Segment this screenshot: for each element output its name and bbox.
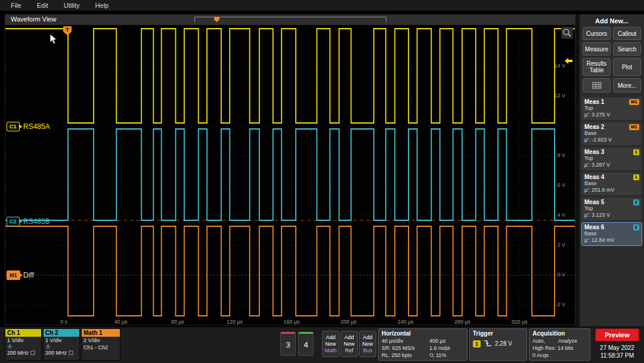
- horizontal-badge[interactable]: Horizontal 40 µs/div400 µs SR: 625 MS/s1…: [378, 328, 467, 361]
- meas-1-badge[interactable]: Meas 1 M1 Top µ': 3.275 V: [582, 97, 642, 120]
- ref-word: Ref: [345, 347, 353, 354]
- table-grid-button[interactable]: [583, 78, 611, 93]
- oscilloscope-app: File Edit Utility Help Waveform View 0 s…: [0, 0, 644, 363]
- channel1-tag[interactable]: C1: [7, 122, 20, 131]
- voltage-axis-label: 8 V: [545, 152, 565, 158]
- add-new-button-grid: Cursors Callout Measure Search Results T…: [580, 27, 644, 93]
- acquisition-mode: Auto,: [532, 337, 545, 344]
- trigger-badge[interactable]: Trigger 1 2.28 V: [469, 328, 527, 361]
- add-new-ref-button[interactable]: Add New Ref: [340, 331, 358, 357]
- meas-6-badge[interactable]: Meas 6 2 Base µ': 12.84 mV: [582, 223, 642, 245]
- time-axis-label: 320 µs: [511, 319, 527, 325]
- acquisition-badge[interactable]: Acquisition Auto,Analyze High Res: 14 bi…: [529, 328, 590, 361]
- waveform-svg: [5, 25, 575, 325]
- channel2-badge-title: Ch 2: [44, 329, 79, 337]
- meas-source-badge: M1: [629, 99, 639, 105]
- settings-bar: Ch 1 1 V/div 200 MHz Ch 2 1 V/div 200 MH…: [0, 327, 644, 363]
- trigger-position-flag[interactable]: T: [63, 26, 72, 35]
- meas-source-badge: 1: [633, 174, 639, 180]
- add-word: Add: [326, 334, 335, 341]
- meas-value: µ': 201.6 mV: [584, 187, 639, 193]
- voltage-axis-label: 2 V: [545, 242, 565, 248]
- results-table-button[interactable]: Results Table: [583, 58, 611, 76]
- horizontal-span: 400 µs: [429, 337, 464, 344]
- record-view-bracket[interactable]: [194, 17, 386, 22]
- waveform-display[interactable]: 0 s40 µs80 µs120 µs160 µs200 µs240 µs280…: [5, 24, 575, 325]
- callout-button[interactable]: Callout: [613, 27, 641, 40]
- measurement-list: Meas 1 M1 Top µ': 3.275 V Meas 2 M1 Base…: [580, 97, 644, 245]
- date: 27 May 2022: [593, 344, 642, 352]
- bandwidth-icon: [30, 350, 35, 355]
- meas-value: µ': 3.287 V: [584, 162, 639, 168]
- time-axis-label: 280 µs: [454, 319, 470, 325]
- meas-2-badge[interactable]: Meas 2 M1 Base µ': -2.923 V: [582, 122, 642, 145]
- meas-stat: Base: [584, 180, 639, 187]
- add-new-math-button[interactable]: Add New Math: [322, 331, 339, 357]
- meas-5-badge[interactable]: Meas 5 2 Top µ': 3.123 V: [582, 198, 642, 220]
- meas-name: Meas 2: [584, 124, 604, 130]
- menu-utility[interactable]: Utility: [64, 2, 80, 9]
- meas-3-badge[interactable]: Meas 3 1 Top µ': 3.287 V: [582, 147, 642, 170]
- new-word: New: [325, 341, 336, 347]
- meas-source-badge: 2: [633, 224, 639, 230]
- meas-name: Meas 1: [584, 99, 604, 105]
- menu-file[interactable]: File: [11, 2, 21, 9]
- cursors-button[interactable]: Cursors: [583, 27, 611, 40]
- acquisition-title: Acquisition: [532, 330, 587, 337]
- voltage-axis-label: 12 V: [545, 93, 565, 99]
- acquisition-detail: High Res: 14 bits: [532, 344, 587, 352]
- analyze-link[interactable]: Analyze: [558, 337, 577, 344]
- trigger-title: Trigger: [473, 330, 524, 337]
- meas-source-badge: 1: [633, 149, 639, 155]
- menu-edit[interactable]: Edit: [37, 2, 48, 9]
- add-new-bus-button[interactable]: Add New Bus: [359, 331, 376, 357]
- coupling-icon: [45, 344, 51, 349]
- time-axis-label: 200 µs: [340, 319, 357, 325]
- search-button[interactable]: Search: [613, 42, 641, 56]
- math1-scale: 2 V/div: [82, 337, 120, 344]
- magnifier-icon: [562, 28, 572, 38]
- trigger-level: 2.28 V: [495, 340, 512, 347]
- math1-label: Diff: [23, 271, 34, 279]
- channel2-tag[interactable]: C2: [7, 217, 20, 226]
- trigger-source-badge: 1: [473, 340, 481, 347]
- measure-button[interactable]: Measure: [583, 42, 611, 56]
- offscreen-level-arrow-icon: [564, 56, 573, 67]
- more-button[interactable]: More...: [613, 78, 641, 93]
- meas-name: Meas 5: [584, 199, 604, 205]
- zoom-button[interactable]: [561, 27, 573, 39]
- channel1-badge[interactable]: Ch 1 1 V/div 200 MHz: [5, 328, 42, 361]
- channel1-label: RS485A: [23, 122, 50, 131]
- channel3-button[interactable]: 3: [280, 332, 296, 356]
- meas-value: µ': 3.123 V: [584, 212, 639, 219]
- tab-waveform-view[interactable]: Waveform View: [11, 16, 56, 23]
- add-new-title: Add New...: [580, 14, 644, 27]
- meas-name: Meas 3: [584, 149, 604, 155]
- voltage-axis-label: 4 V: [545, 212, 565, 218]
- add-word: Add: [363, 334, 372, 341]
- math1-tag[interactable]: M1: [7, 270, 20, 280]
- acquisition-count: 0 Acqs: [532, 352, 587, 359]
- zoom-percent-icon: [429, 353, 435, 358]
- horizontal-scale: 40 µs/div: [382, 337, 429, 344]
- meas-stat: Top: [584, 205, 639, 212]
- meas-name: Meas 6: [584, 224, 604, 230]
- time-axis-label: 160 µs: [283, 319, 299, 325]
- preview-button[interactable]: Preview: [595, 328, 639, 342]
- voltage-axis-label: 14 V: [545, 63, 565, 69]
- time-axis-label: 0 s: [60, 319, 67, 325]
- meas-value: µ': 12.84 mV: [584, 237, 639, 244]
- bandwidth-icon: [69, 350, 73, 355]
- mouse-pointer-icon: [49, 33, 58, 48]
- plot-button[interactable]: Plot: [613, 58, 641, 76]
- sample-rate: SR: 625 MS/s: [382, 344, 429, 352]
- math1-badge[interactable]: Math 1 2 V/div Ch1 - Ch2: [81, 328, 120, 361]
- meas-4-badge[interactable]: Meas 4 1 Base µ': 201.6 mV: [582, 173, 642, 195]
- record-trigger-marker[interactable]: [214, 17, 219, 22]
- voltage-axis-label: 0 V: [545, 272, 565, 278]
- time-axis-label: 240 µs: [397, 319, 413, 325]
- menu-help[interactable]: Help: [95, 2, 109, 9]
- channel4-button[interactable]: 4: [298, 332, 314, 356]
- channel2-badge[interactable]: Ch 2 1 V/div 200 MHz: [43, 328, 80, 361]
- channel1-bandwidth: 200 MHz: [7, 349, 29, 356]
